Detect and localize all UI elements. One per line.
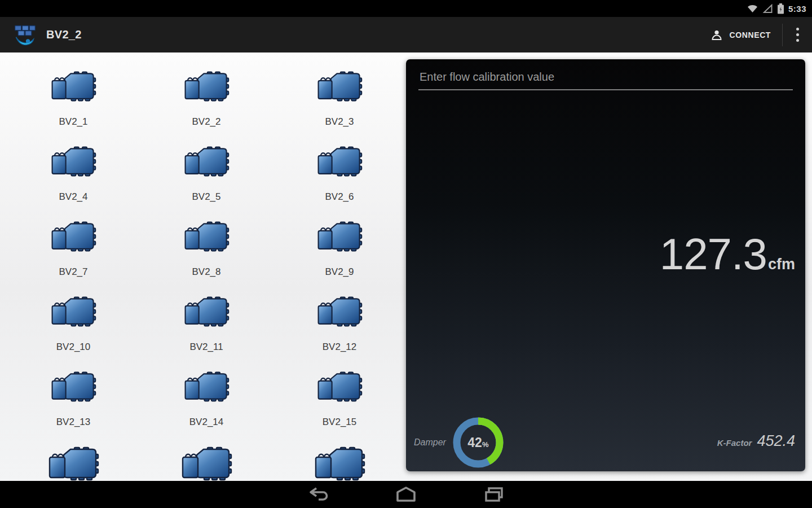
back-button[interactable] [304,483,332,506]
battery-icon [777,3,784,14]
screen: 5:33 BV2_2 CONNECT [0,0,812,508]
device-label: BV2_1 [59,116,87,128]
device-icon [311,146,368,178]
device-icon [45,446,102,481]
content-area: BV2_1 BV2_2 [0,52,812,481]
device-label: BV2_10 [56,341,91,353]
device-item[interactable] [273,428,406,481]
device-item[interactable]: BV2_5 [140,128,273,203]
damper-row: Damper 42% [414,416,505,469]
device-icon [45,296,102,328]
device-item[interactable]: BV2_12 [273,278,406,353]
device-icon [311,296,368,328]
damper-label: Damper [414,437,446,448]
status-time: 5:33 [788,4,806,14]
nav-bar [0,481,812,508]
device-label: BV2_4 [59,191,87,203]
device-label: BV2_5 [192,191,220,203]
device-icon [45,146,102,178]
flow-input-wrap [418,68,793,90]
device-grid: BV2_1 BV2_2 [7,52,406,481]
device-icon [45,71,102,103]
overflow-menu-button[interactable] [783,17,812,52]
app-logo [12,23,37,47]
device-icon [178,371,235,403]
device-item[interactable]: BV2_2 [140,52,273,128]
device-label: BV2_7 [59,266,87,278]
device-item[interactable]: BV2_10 [7,278,140,353]
device-label: BV2_11 [189,341,223,353]
device-label: BV2_2 [192,116,220,128]
device-item[interactable]: BV2_11 [140,278,273,353]
status-bar: 5:33 [0,0,812,17]
damper-gauge: 42% [452,416,505,469]
device-label: BV2_12 [323,341,357,353]
device-icon [45,371,102,403]
flow-calibration-input[interactable] [418,68,793,90]
device-icon [178,446,235,481]
flow-reading: 127.3 cfm [660,229,795,280]
home-icon [395,486,417,503]
device-icon [311,371,368,403]
flow-unit: cfm [768,256,795,273]
device-label: BV2_9 [325,266,354,278]
device-icon [311,446,368,481]
flow-value: 127.3 [660,229,767,280]
device-item[interactable]: BV2_6 [273,128,406,203]
person-icon [710,28,723,42]
connect-label: CONNECT [730,30,771,40]
back-icon [308,486,328,503]
device-icon [311,71,368,103]
device-label: BV2_3 [325,116,354,128]
device-item[interactable]: BV2_13 [7,353,140,428]
kfactor-value: 452.4 [757,432,795,450]
kfactor-label: K-Factor [717,438,752,448]
kfactor: K-Factor 452.4 [717,432,795,450]
device-label: BV2_13 [56,417,91,428]
device-item[interactable]: BV2_4 [7,128,140,203]
device-icon [178,296,235,328]
device-item[interactable]: BV2_14 [140,353,273,428]
overflow-menu-icon [796,28,799,30]
damper-percent: 42% [452,416,505,469]
device-label: BV2_8 [192,266,220,278]
signal-icon [762,4,773,14]
device-item[interactable]: BV2_8 [140,203,273,278]
device-item[interactable]: BV2_9 [273,203,406,278]
device-label: BV2_6 [325,191,354,203]
device-item[interactable]: BV2_7 [7,203,140,278]
home-button[interactable] [392,483,420,506]
device-icon [178,221,235,253]
device-item[interactable] [7,428,140,481]
device-item[interactable]: BV2_1 [7,52,140,128]
device-item[interactable]: BV2_3 [273,52,406,128]
device-icon [311,221,368,253]
recents-icon [484,486,504,503]
device-icon [178,71,235,103]
device-item[interactable] [140,428,273,481]
connect-button[interactable]: CONNECT [699,17,782,52]
recents-button[interactable] [480,483,508,506]
device-label: BV2_15 [323,417,357,428]
page-title: BV2_2 [46,28,82,41]
device-icon [178,146,235,178]
device-label: BV2_14 [189,417,224,428]
calibration-panel: 127.3 cfm Damper 42% K-Factor 452.4 [406,59,805,471]
app-bar: BV2_2 CONNECT [0,17,812,52]
device-item[interactable]: BV2_15 [273,353,406,428]
wifi-icon [747,3,758,14]
device-icon [45,221,102,253]
